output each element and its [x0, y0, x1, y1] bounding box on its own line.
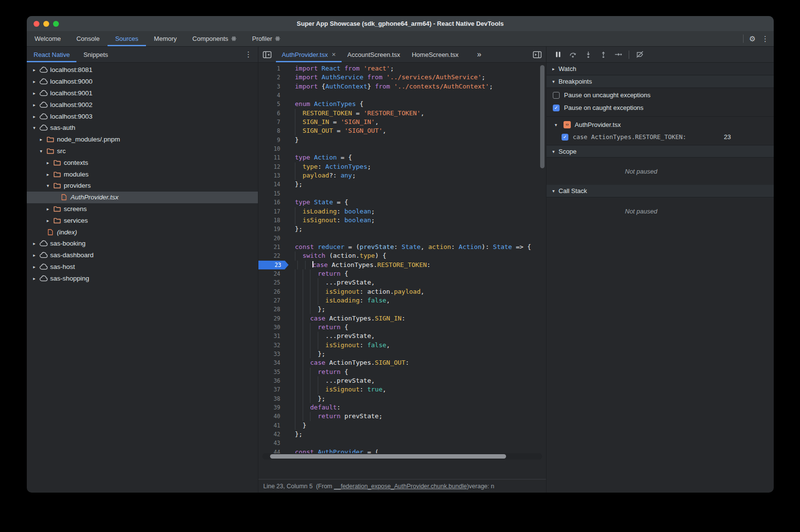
code-line-content[interactable]: };: [286, 430, 303, 439]
expanded-triangle-icon[interactable]: ▾: [37, 148, 45, 154]
pause-caught-checkbox[interactable]: ✓: [553, 105, 560, 111]
pause-script-execution-icon[interactable]: [550, 47, 565, 62]
zoom-window-button[interactable]: [53, 21, 59, 27]
step-icon[interactable]: [611, 47, 626, 62]
line-number[interactable]: 29: [258, 314, 286, 323]
tree-item-index[interactable]: (index): [27, 226, 258, 238]
titlebar[interactable]: Super App Showcase (sdk_gphone64_arm64) …: [27, 16, 774, 31]
tree-item-authprovider-tsx[interactable]: AuthProvider.tsx: [27, 192, 258, 203]
line-number[interactable]: 4: [258, 91, 286, 100]
tree-item-services[interactable]: ▸services: [27, 214, 258, 226]
line-number[interactable]: 40: [258, 412, 286, 421]
navigator-tab-snippets[interactable]: Snippets: [76, 47, 115, 62]
code-line-content[interactable]: return prevState;: [286, 412, 382, 421]
line-number[interactable]: 36: [258, 376, 286, 385]
code-line-content[interactable]: switch (action.type) {: [286, 251, 386, 260]
line-number[interactable]: 9: [258, 136, 286, 144]
line-number[interactable]: 5: [258, 100, 286, 108]
close-window-button[interactable]: [34, 21, 39, 27]
tree-item-localhost-9000[interactable]: ▸localhost:9000: [27, 76, 258, 88]
collapsed-triangle-icon[interactable]: ▸: [31, 276, 38, 281]
expanded-triangle-icon[interactable]: ▾: [44, 183, 52, 188]
tree-item-sas-shopping[interactable]: ▸sas-shopping: [27, 272, 258, 284]
line-number[interactable]: 26: [258, 287, 286, 296]
collapsed-triangle-icon[interactable]: ▸: [44, 172, 52, 177]
code-line-content[interactable]: const reducer = (prevState: State, actio…: [286, 243, 531, 251]
code-line-content[interactable]: };: [286, 305, 326, 314]
code-line-content[interactable]: RESTORE_TOKEN = 'RESTORE_TOKEN',: [286, 109, 424, 118]
breakpoint-checkbox[interactable]: ✓: [562, 134, 568, 141]
bundle-link[interactable]: __federation_expose_AuthProvider.chunk.b…: [334, 483, 467, 490]
code-line-content[interactable]: isLoading: boolean;: [286, 207, 375, 216]
code-line-content[interactable]: [286, 189, 295, 198]
pause-uncaught-checkbox[interactable]: [553, 92, 560, 99]
line-number[interactable]: 22: [258, 251, 286, 260]
line-number[interactable]: 13: [258, 171, 286, 180]
code-line-content[interactable]: isSignout: boolean;: [286, 216, 375, 225]
section-call-stack[interactable]: ▾ Call Stack: [546, 185, 774, 197]
line-number[interactable]: 37: [258, 385, 286, 394]
line-number[interactable]: 43: [258, 439, 286, 447]
tree-item-localhost-9001[interactable]: ▸localhost:9001: [27, 88, 258, 99]
collapsed-triangle-icon[interactable]: ▸: [44, 206, 52, 212]
line-number[interactable]: 21: [258, 243, 286, 251]
line-number[interactable]: 35: [258, 368, 286, 376]
breakpoint-file-group[interactable]: ▾ ‹› AuthProvider.tsx: [546, 119, 774, 131]
tree-item-sas-booking[interactable]: ▸sas-booking: [27, 238, 258, 249]
line-number[interactable]: 33: [258, 350, 286, 358]
code-line-content[interactable]: };: [286, 180, 303, 189]
tree-item-sas-auth[interactable]: ▾sas-auth: [27, 122, 258, 134]
collapsed-triangle-icon[interactable]: ▸: [31, 264, 38, 269]
tree-item-providers[interactable]: ▾providers: [27, 180, 258, 192]
line-number[interactable]: 3: [258, 82, 286, 91]
code-line-content[interactable]: case ActionTypes.SIGN_OUT:: [286, 358, 409, 367]
collapsed-triangle-icon[interactable]: ▸: [31, 90, 38, 96]
tab-console[interactable]: Console: [69, 31, 108, 46]
tree-item-src[interactable]: ▾src: [27, 145, 258, 157]
line-number[interactable]: 32: [258, 341, 286, 350]
line-number[interactable]: 12: [258, 162, 286, 171]
tab-memory[interactable]: Memory: [146, 31, 184, 46]
code-line-content[interactable]: [286, 91, 295, 100]
line-number[interactable]: 19: [258, 225, 286, 233]
breakpoint-entry[interactable]: ✓ case ActionTypes.RESTORE_TOKEN: 23: [546, 131, 774, 143]
code-line-content[interactable]: enum ActionTypes {: [286, 100, 364, 108]
more-tabs-icon[interactable]: »: [470, 47, 488, 62]
code-line-content[interactable]: };: [286, 225, 303, 233]
line-number[interactable]: 8: [258, 126, 286, 135]
code-line-content[interactable]: type: ActionTypes;: [286, 162, 371, 171]
collapsed-triangle-icon[interactable]: ▸: [31, 114, 38, 119]
tree-item-localhost-8081[interactable]: ▸localhost:8081: [27, 64, 258, 76]
tab-profiler[interactable]: Profiler: [244, 31, 288, 46]
line-number[interactable]: 24: [258, 269, 286, 278]
code-line-content[interactable]: [286, 234, 295, 243]
code-line-content[interactable]: isSignout: action.payload,: [286, 287, 424, 296]
code-line-content[interactable]: import React from 'react';: [286, 64, 394, 73]
line-number[interactable]: 25: [258, 278, 286, 287]
code-line-content[interactable]: isSignout: true,: [286, 385, 386, 394]
section-breakpoints[interactable]: ▾ Breakpoints: [546, 75, 774, 88]
code-line-content[interactable]: isSignout: false,: [286, 341, 390, 350]
tree-item-sas-dashboard[interactable]: ▸sas-dashboard: [27, 249, 258, 261]
paused-breakpoint-line-number[interactable]: 23: [258, 261, 289, 269]
collapsed-triangle-icon[interactable]: ▸: [31, 252, 38, 258]
navigator-more-menu-icon[interactable]: ⋮: [245, 50, 258, 59]
more-options-menu-icon[interactable]: ⋮: [762, 35, 769, 43]
code-line-content[interactable]: case ActionTypes.RESTORE_TOKEN:: [289, 261, 431, 269]
line-number[interactable]: 41: [258, 421, 286, 430]
code-line-content[interactable]: };: [286, 394, 326, 403]
navigator-tab-react-native[interactable]: React Native: [27, 47, 76, 62]
code-line-content[interactable]: SIGN_IN = 'SIGN_IN',: [286, 118, 379, 126]
code-viewport[interactable]: 1import React from 'react';2import AuthS…: [258, 63, 546, 461]
line-number[interactable]: 11: [258, 153, 286, 162]
deactivate-breakpoints-icon[interactable]: [632, 47, 647, 62]
code-line-content[interactable]: return {: [286, 269, 348, 278]
hide-debugger-panel-icon[interactable]: [528, 47, 546, 62]
code-line-content[interactable]: default:: [286, 403, 341, 412]
code-line-content[interactable]: }: [286, 136, 299, 144]
line-number[interactable]: 18: [258, 216, 286, 225]
tree-item-contexts[interactable]: ▸contexts: [27, 157, 258, 168]
code-line-content[interactable]: ...prevState,: [286, 278, 375, 287]
editor-vertical-scrollbar[interactable]: [540, 65, 545, 168]
line-number[interactable]: 38: [258, 394, 286, 403]
